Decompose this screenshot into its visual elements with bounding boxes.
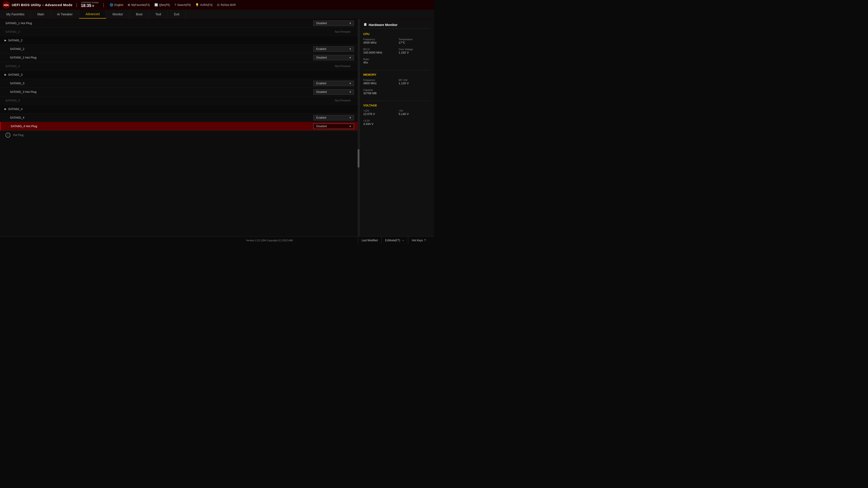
hw-item-value: 4500 MHz: [363, 41, 395, 44]
chevron-down-icon: ▼: [349, 82, 351, 85]
hw-item: BCLK 100.0000 MHz: [363, 48, 395, 54]
hot-keys-button[interactable]: Hot Keys ?: [408, 236, 430, 244]
tool-aura[interactable]: 💡 AURA(F4): [195, 3, 213, 6]
hw-item-value: 45x: [363, 61, 395, 64]
hw-item-label: Frequency: [363, 78, 395, 81]
language-icon: 🌐: [110, 3, 113, 6]
hw-item: Temperature 17°C: [399, 38, 431, 44]
nav-main[interactable]: Main: [31, 10, 51, 19]
table-row[interactable]: ▶ SATA6G_4: [0, 105, 360, 113]
table-row[interactable]: SATA6G_2 Hot Plug Disabled ▼: [0, 53, 360, 62]
logo-area: ROG UEFI BIOS Utility – Advanced Mode: [3, 1, 72, 8]
time-settings-icon[interactable]: ⚙: [92, 4, 94, 7]
chevron-down-icon: ▼: [349, 48, 351, 51]
tool-qfan[interactable]: 🔄 Qfan(F6): [154, 3, 170, 6]
setting-label: SATA6G_4 Hot Plug: [6, 125, 313, 128]
last-modified-label: Last Modified: [362, 239, 378, 242]
hw-divider: [363, 70, 430, 70]
hw-item-label: Capacity: [363, 89, 395, 91]
main-layout: SATA6G_1 Hot Plug Disabled ▼ SATA6G_2 No…: [0, 19, 434, 236]
search-label: Search(F9): [177, 3, 191, 6]
hw-item: +12V 12.076 V: [363, 109, 395, 116]
hw-item-value: 32768 MB: [363, 92, 395, 95]
setting-value: Not Present: [335, 64, 350, 68]
scrollbar-track[interactable]: [358, 19, 360, 236]
setting-label: SATA6G_4: [5, 99, 335, 102]
nav-exit[interactable]: Exit: [168, 10, 186, 19]
table-row[interactable]: SATA6G_3 Enabled ▼: [0, 79, 360, 88]
hw-item: Frequency 4500 MHz: [363, 38, 395, 44]
hw-item-label: BCLK: [363, 48, 395, 51]
setting-value: Not Present: [335, 30, 350, 33]
rog-logo-icon: ROG: [3, 1, 10, 8]
chevron-down-icon: ▼: [349, 125, 351, 128]
hw-item-value: 100.0000 MHz: [363, 51, 395, 54]
setting-label: SATA6G_4: [5, 116, 313, 119]
tool-language[interactable]: 🌐 English: [110, 3, 123, 6]
hw-cpu-section: CPU Frequency 4500 MHz Temperature 17°C …: [363, 32, 430, 66]
chevron-down-icon: ▼: [349, 22, 351, 25]
hw-memory-title: Memory: [363, 73, 430, 76]
hw-item: Capacity 32768 MB: [363, 89, 395, 95]
setting-label: SATA6G_3: [8, 73, 354, 76]
table-row: SATA6G_4 Not Present: [0, 96, 360, 105]
table-row[interactable]: ▶ SATA6G_3: [0, 70, 360, 79]
sata6g2-dropdown[interactable]: Enabled ▼: [313, 46, 354, 52]
hw-item-value: 4800 MHz: [363, 82, 395, 85]
version-text: Version 2.22.1284 Copyright (C) 2022 AMI: [181, 239, 358, 242]
expand-arrow-icon: ▶: [4, 73, 6, 76]
datetime-area: 12/25/2022 Sunday 18:35 ⚙: [81, 2, 98, 8]
app-title: UEFI BIOS Utility – Advanced Mode: [12, 3, 72, 7]
table-row[interactable]: SATA6G_1 Hot Plug Disabled ▼: [0, 19, 360, 28]
tool-resizebar[interactable]: ⊡ ReSize BAR: [217, 3, 236, 6]
sata6g1-hotplug-dropdown[interactable]: Disabled ▼: [313, 21, 354, 26]
setting-label: SATA6G_2: [8, 39, 354, 42]
nav-boot[interactable]: Boot: [129, 10, 149, 19]
setting-label: SATA6G_4: [8, 107, 354, 111]
resizebar-icon: ⊡: [217, 3, 219, 6]
setting-label: SATA6G_2: [5, 47, 313, 51]
settings-list: SATA6G_1 Hot Plug Disabled ▼ SATA6G_2 No…: [0, 19, 360, 131]
table-row[interactable]: SATA6G_2 Enabled ▼: [0, 45, 360, 53]
table-row[interactable]: SATA6G_3 Hot Plug Disabled ▼: [0, 88, 360, 96]
table-row[interactable]: SATA6G_4 Hot Plug Disabled ▼: [0, 122, 360, 131]
hw-item-label: +5V: [399, 109, 431, 112]
nav-monitor[interactable]: Monitor: [106, 10, 130, 19]
sata6g3-dropdown[interactable]: Enabled ▼: [313, 80, 354, 86]
hw-monitor-title: 🖥 Hardware Monitor: [363, 23, 430, 29]
header-divider: |: [76, 2, 77, 7]
sata6g2-hotplug-dropdown[interactable]: Disabled ▼: [313, 55, 354, 60]
setting-label: SATA6G_2: [5, 30, 335, 33]
tool-myfavorite[interactable]: ⊞ MyFavorite(F3): [128, 3, 150, 6]
hw-item: Frequency 4800 MHz: [363, 78, 395, 85]
hw-voltage-section: Voltage +12V 12.076 V +5V 5.140 V +3.3V …: [363, 104, 430, 127]
ezmode-button[interactable]: EzMode(F7) →: [381, 236, 408, 244]
aura-icon: 💡: [195, 3, 199, 6]
nav-advanced[interactable]: Advanced: [79, 10, 106, 19]
chevron-down-icon: ▼: [349, 91, 351, 93]
table-row[interactable]: ▶ SATA6G_2: [0, 36, 360, 45]
scrollbar-thumb[interactable]: [358, 149, 360, 167]
hw-item-label: Core Voltage: [399, 48, 431, 51]
setting-label: SATA6G_2 Hot Plug: [5, 56, 313, 59]
setting-label: SATA6G_3: [5, 82, 313, 85]
setting-label: SATA6G_3 Hot Plug: [5, 90, 313, 94]
nav-ai-tweaker[interactable]: Ai Tweaker: [51, 10, 79, 19]
table-row[interactable]: SATA6G_4 Enabled ▼: [0, 113, 360, 122]
last-modified-button[interactable]: Last Modified: [358, 236, 381, 244]
sata6g4-hotplug-dropdown[interactable]: Disabled ▼: [313, 124, 354, 129]
resizebar-label: ReSize BAR: [221, 3, 236, 6]
hw-cpu-grid: Frequency 4500 MHz Temperature 17°C BCLK…: [363, 38, 430, 66]
tool-search[interactable]: ? Search(F9): [175, 3, 191, 6]
sata6g4-dropdown[interactable]: Enabled ▼: [313, 115, 354, 121]
sata6g3-hotplug-dropdown[interactable]: Disabled ▼: [313, 89, 354, 95]
question-icon: ?: [424, 238, 426, 242]
nav-my-favorites[interactable]: My Favorites: [0, 10, 31, 19]
nav-tool[interactable]: Tool: [149, 10, 168, 19]
navbar: My Favorites Main Ai Tweaker Advanced Mo…: [0, 10, 434, 19]
hw-divider-2: [363, 101, 430, 101]
hw-item-label: Frequency: [363, 38, 395, 41]
svg-text:ROG: ROG: [4, 4, 9, 6]
hw-item-value: 1.192 V: [399, 51, 431, 54]
hw-memory-grid: Frequency 4800 MHz MC Volt 1.120 V Capac…: [363, 78, 430, 97]
